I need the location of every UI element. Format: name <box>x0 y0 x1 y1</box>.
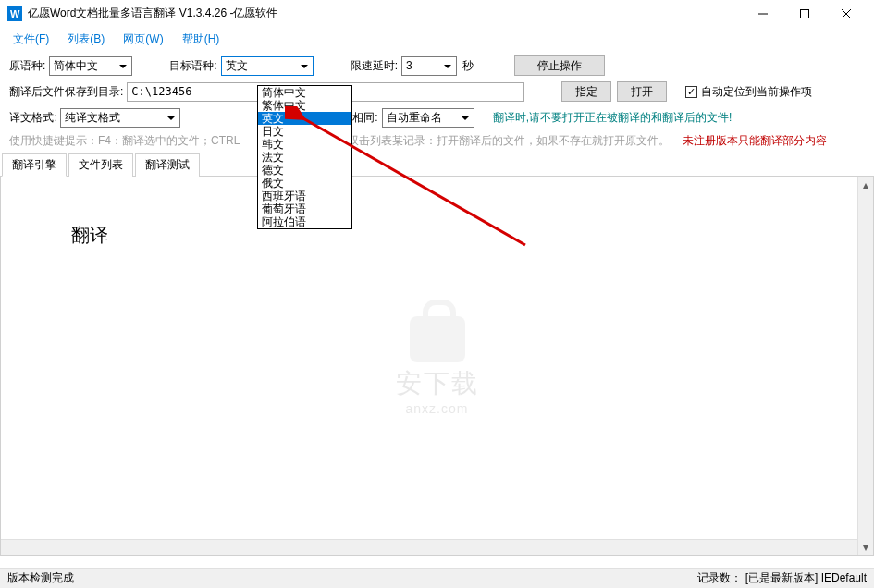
target-lang-select[interactable]: 英文 <box>221 56 314 76</box>
menu-file[interactable]: 文件(F) <box>7 30 55 49</box>
watermark: 安下载 anxz.com <box>396 316 479 416</box>
save-dir-label: 翻译后文件保存到目录: <box>9 84 123 100</box>
open-button[interactable]: 打开 <box>617 81 667 102</box>
content-area: 翻译 安下载 anxz.com ▴ ▾ <box>0 177 874 556</box>
assign-button[interactable]: 指定 <box>561 81 611 102</box>
tab-test[interactable]: 翻译测试 <box>135 153 200 177</box>
seconds-label: 秒 <box>462 58 474 74</box>
dropdown-option[interactable]: 西班牙语 <box>258 190 351 202</box>
target-lang-label: 目标语种: <box>169 58 216 74</box>
status-left: 版本检测完成 <box>7 570 74 586</box>
dropdown-option[interactable]: 繁体中文 <box>258 99 351 112</box>
menu-list[interactable]: 列表(B) <box>62 30 110 49</box>
maximize-button[interactable] <box>783 1 825 27</box>
menu-web[interactable]: 网页(W) <box>117 30 168 49</box>
dropdown-option[interactable]: 俄文 <box>258 177 351 190</box>
scroll-down-icon[interactable]: ▾ <box>858 539 873 555</box>
source-lang-label: 原语种: <box>9 58 45 74</box>
tab-engine[interactable]: 翻译引擎 <box>2 153 67 177</box>
teal-hint: 翻译时,请不要打开正在被翻译的和翻译后的文件! <box>493 110 732 126</box>
statusbar: 版本检测完成 记录数： [已是最新版本] IEDefault <box>0 568 874 588</box>
tabs: 翻译引擎 文件列表 翻译测试 <box>0 153 874 177</box>
svg-rect-3 <box>800 9 808 18</box>
minimize-button[interactable] <box>742 1 783 27</box>
app-icon: W <box>7 6 22 21</box>
dropdown-option[interactable]: 简体中文 <box>258 86 351 99</box>
menu-help[interactable]: 帮助(H) <box>177 30 226 49</box>
status-right: 记录数： [已是最新版本] IEDefault <box>697 570 867 586</box>
close-button[interactable] <box>825 1 867 27</box>
scroll-up-icon[interactable]: ▴ <box>858 177 873 192</box>
dropdown-option[interactable]: 韩文 <box>258 138 351 151</box>
titlebar: W 亿愿Word文档批量多语言翻译 V1.3.4.26 -亿愿软件 <box>0 0 874 28</box>
hint-red: 未注册版本只能翻译部分内容 <box>683 134 827 147</box>
dropdown-option[interactable]: 葡萄牙语 <box>258 202 351 215</box>
hint-gray1: 使用快捷键提示：F4：翻译选中的文件；CTRL <box>9 134 240 147</box>
dropdown-option[interactable]: 德文 <box>258 164 351 177</box>
same-name-select[interactable]: 自动重命名 <box>382 108 474 128</box>
hint-row: 使用快捷键提示：F4：翻译选中的文件；CTRL 双击列表某记录：打开翻译后的文件… <box>0 133 874 153</box>
lock-icon <box>410 316 465 362</box>
hint-gray2: 双击列表某记录：打开翻译后的文件，如果不存在就打开原文件。 <box>348 134 670 147</box>
format-label: 译文格式: <box>9 110 56 126</box>
auto-locate-label: 自动定位到当前操作项 <box>701 84 812 100</box>
svg-text:W: W <box>10 8 20 19</box>
auto-locate-checkbox[interactable] <box>685 86 697 98</box>
tab-filelist[interactable]: 文件列表 <box>68 153 133 177</box>
delay-select[interactable]: 3 <box>401 56 457 76</box>
stop-button[interactable]: 停止操作 <box>514 55 605 76</box>
window-title: 亿愿Word文档批量多语言翻译 V1.3.4.26 -亿愿软件 <box>28 6 742 21</box>
dropdown-option[interactable]: 阿拉伯语 <box>258 215 351 228</box>
menubar: 文件(F) 列表(B) 网页(W) 帮助(H) <box>0 28 874 50</box>
format-select[interactable]: 纯译文格式 <box>60 108 180 128</box>
delay-label: 限速延时: <box>351 58 398 74</box>
horizontal-scrollbar[interactable] <box>1 539 857 555</box>
vertical-scrollbar[interactable]: ▴ ▾ <box>857 177 873 555</box>
content-big-text: 翻译 <box>71 223 108 248</box>
dropdown-option[interactable]: 日文 <box>258 125 351 138</box>
source-lang-select[interactable]: 简体中文 <box>49 56 132 76</box>
dropdown-option[interactable]: 英文 <box>258 112 351 125</box>
dropdown-option[interactable]: 法文 <box>258 151 351 164</box>
target-lang-dropdown[interactable]: 简体中文繁体中文英文日文韩文法文德文俄文西班牙语葡萄牙语阿拉伯语 <box>257 85 352 229</box>
toolbar: 原语种: 简体中文 目标语种: 英文 限速延时: 3 秒 停止操作 翻译后文件保… <box>0 50 874 128</box>
